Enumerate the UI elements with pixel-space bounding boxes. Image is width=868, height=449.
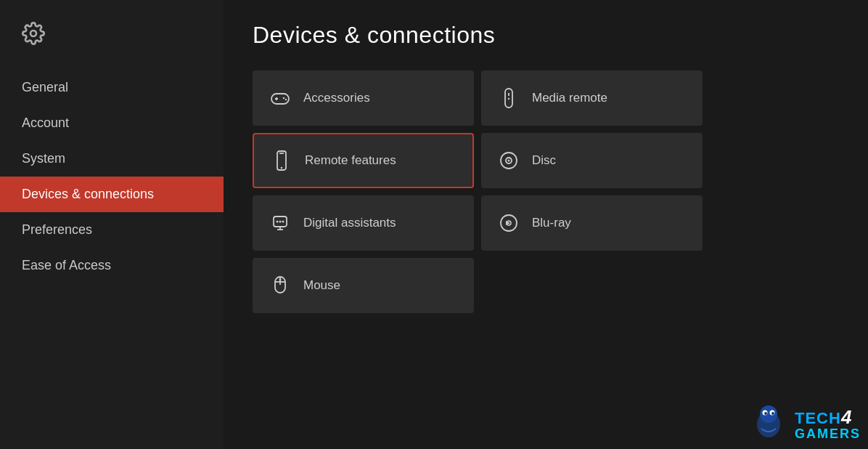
sidebar-item-devices-connections[interactable]: Devices & connections (0, 177, 224, 212)
sidebar-navigation: General Account System Devices & connect… (0, 70, 224, 283)
disc-tile[interactable]: Disc (481, 133, 703, 188)
phone-icon (271, 150, 292, 171)
svg-point-18 (277, 221, 279, 223)
disc-label: Disc (532, 153, 556, 168)
gear-icon (22, 22, 45, 45)
digital-assistants-tile[interactable]: Digital assistants (253, 195, 474, 251)
watermark-text: TECH 4 GAMERS (795, 407, 861, 442)
svg-point-10 (281, 167, 283, 169)
svg-point-27 (279, 279, 282, 281)
sidebar: General Account System Devices & connect… (0, 0, 224, 449)
sidebar-item-general[interactable]: General (0, 70, 224, 105)
svg-point-20 (282, 221, 284, 223)
watermark-tech: TECH (795, 410, 841, 427)
svg-point-23 (508, 222, 509, 224)
watermark-4: 4 (841, 407, 851, 428)
svg-point-0 (30, 31, 36, 36)
blu-ray-label: Blu-ray (532, 216, 571, 230)
blu-ray-tile[interactable]: Blu-ray (481, 195, 703, 251)
settings-gear-area (0, 15, 224, 62)
media-remote-tile[interactable]: Media remote (481, 70, 703, 126)
mascot-icon (748, 401, 789, 442)
svg-point-19 (279, 221, 282, 223)
svg-point-32 (764, 412, 767, 415)
sidebar-item-ease-of-access[interactable]: Ease of Access (0, 248, 224, 283)
page-title: Devices & connections (253, 22, 839, 49)
media-remote-label: Media remote (532, 91, 607, 105)
sidebar-item-account[interactable]: Account (0, 105, 224, 141)
devices-grid: Accessories Media remote Remote (253, 70, 703, 313)
accessories-label: Accessories (303, 91, 370, 105)
sidebar-item-system[interactable]: System (0, 141, 224, 177)
svg-point-34 (765, 416, 772, 419)
watermark: TECH 4 GAMERS (748, 401, 861, 442)
watermark-gamers: GAMERS (795, 427, 861, 442)
svg-point-8 (508, 98, 509, 100)
bluray-icon (499, 213, 519, 233)
remote-features-tile[interactable]: Remote features (253, 133, 474, 188)
gamepad-icon (270, 88, 290, 108)
mouse-icon (270, 275, 290, 296)
digital-assistants-label: Digital assistants (303, 216, 396, 230)
svg-point-5 (285, 99, 287, 100)
remote-icon (499, 88, 519, 108)
svg-point-33 (771, 412, 774, 415)
svg-point-29 (760, 405, 777, 423)
assistant-icon (270, 213, 290, 233)
disc-icon (499, 150, 519, 171)
mouse-tile[interactable]: Mouse (253, 258, 474, 313)
mouse-label: Mouse (303, 278, 340, 293)
remote-features-label: Remote features (305, 153, 396, 168)
sidebar-item-preferences[interactable]: Preferences (0, 212, 224, 248)
main-content: Devices & connections Accessories (224, 0, 868, 449)
empty-grid-cell (481, 258, 703, 313)
svg-point-4 (283, 97, 284, 99)
accessories-tile[interactable]: Accessories (253, 70, 474, 126)
svg-point-14 (508, 160, 510, 162)
